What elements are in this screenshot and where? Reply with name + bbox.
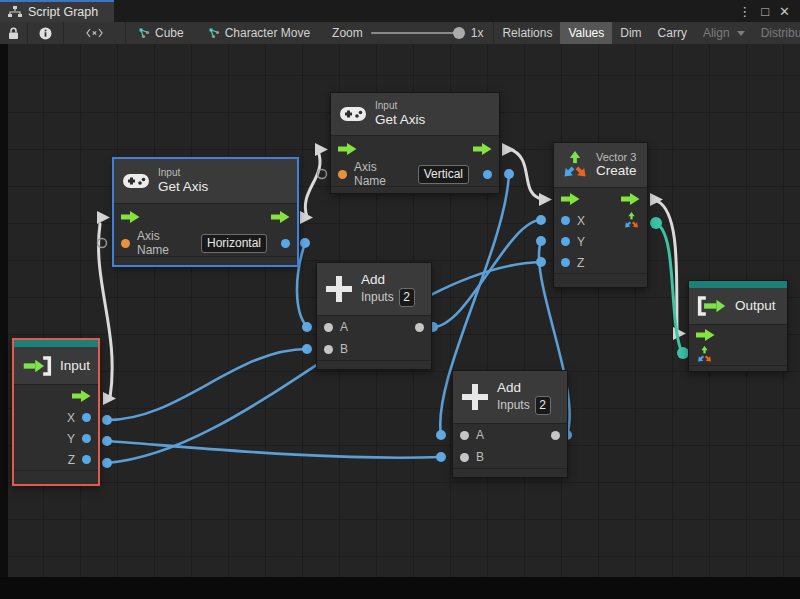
carry-button[interactable]: Carry	[650, 22, 695, 44]
input-b-port[interactable]	[324, 345, 333, 354]
output-z-port[interactable]	[82, 455, 91, 464]
close-icon[interactable]: ✕	[779, 5, 790, 18]
lock-icon	[8, 27, 19, 40]
menu-icon[interactable]: ⋮	[738, 5, 751, 18]
flow-row	[554, 188, 647, 210]
flow-row	[114, 204, 297, 230]
graph-io-strip	[14, 340, 98, 347]
input-z-port[interactable]	[561, 258, 570, 267]
param-row: Axis Name Horizontal	[114, 230, 297, 256]
node-add-1[interactable]: Add Inputs2 A B	[316, 262, 432, 370]
flow-in-arrow-icon[interactable]	[561, 193, 580, 205]
tab-bar: Script Graph ⋮ □ ✕	[0, 0, 800, 22]
input-a-port[interactable]	[460, 431, 469, 440]
node-title: Output	[735, 298, 776, 314]
zoom-control: Zoom 1x	[322, 26, 493, 40]
port-row-x: X	[554, 210, 647, 231]
value-out-port[interactable]	[483, 170, 492, 179]
node-footer	[453, 468, 567, 477]
vector3-out-port-icon[interactable]	[623, 212, 640, 229]
node-footer	[114, 256, 297, 265]
vector3-icon	[561, 151, 589, 179]
code-view-button[interactable]	[64, 22, 126, 44]
lock-button[interactable]	[0, 22, 28, 44]
inputs-count-field[interactable]: 2	[535, 396, 551, 415]
node-vector3-create[interactable]: Vector 3 Create X Y	[553, 142, 648, 288]
port-row-a: A	[453, 424, 567, 446]
result-out-port[interactable]	[415, 323, 424, 332]
info-icon	[39, 27, 52, 40]
flow-in-arrow-icon[interactable]	[338, 143, 357, 155]
dim-button[interactable]: Dim	[612, 22, 649, 44]
node-title: Get Axis	[158, 179, 208, 195]
relations-button[interactable]: Relations	[494, 22, 560, 44]
input-b-port[interactable]	[460, 453, 469, 462]
axis-name-field[interactable]: Vertical	[418, 165, 469, 184]
value-row	[689, 344, 787, 365]
breadcrumb-character-move[interactable]: Character Move	[196, 26, 322, 40]
align-button[interactable]: Align	[695, 22, 753, 44]
chevron-down-icon	[737, 31, 745, 36]
distribute-button[interactable]: Distribute	[753, 22, 800, 44]
flow-in-arrow-icon[interactable]	[696, 329, 715, 341]
info-button[interactable]	[28, 22, 64, 44]
node-category: Vector 3	[596, 151, 637, 163]
gamepad-icon	[340, 106, 366, 122]
port-row-y: Y	[14, 428, 98, 449]
input-a-port[interactable]	[324, 323, 333, 332]
node-input[interactable]: Input X Y Z	[12, 338, 100, 486]
output-y-port[interactable]	[82, 434, 91, 443]
port-label: Y	[577, 235, 585, 249]
port-row-b: B	[317, 338, 431, 360]
node-footer	[317, 360, 431, 369]
breadcrumb-label: Cube	[155, 26, 184, 40]
node-header: Input Get Axis	[331, 93, 499, 136]
node-footer	[554, 273, 647, 287]
node-title: Create	[596, 163, 637, 179]
node-category: Input	[375, 100, 425, 112]
flow-in-arrow-icon[interactable]	[121, 211, 140, 223]
input-y-port[interactable]	[561, 237, 570, 246]
flow-out-arrow-icon[interactable]	[271, 211, 290, 223]
axis-name-port[interactable]	[338, 170, 347, 179]
node-header: Input Get Axis	[114, 159, 297, 204]
breadcrumb-label: Character Move	[225, 26, 310, 40]
node-footer	[14, 470, 98, 484]
port-row-z: Z	[14, 449, 98, 470]
input-x-port[interactable]	[561, 216, 570, 225]
flow-out-arrow-icon[interactable]	[621, 193, 640, 205]
node-footer	[689, 365, 787, 372]
node-header: Input	[14, 347, 98, 385]
values-button[interactable]: Values	[560, 22, 612, 44]
node-add-2[interactable]: Add Inputs2 A B	[452, 370, 568, 478]
breadcrumb-cube[interactable]: Cube	[126, 26, 196, 40]
maximize-icon[interactable]: □	[761, 5, 769, 18]
node-footer	[331, 186, 499, 193]
input-icon	[22, 356, 52, 376]
vector3-in-port-icon[interactable]	[696, 346, 713, 363]
node-output[interactable]: Output	[688, 280, 788, 372]
flow-row	[14, 385, 98, 407]
result-out-port[interactable]	[551, 431, 560, 440]
zoom-slider-handle[interactable]	[453, 27, 465, 39]
tab-script-graph[interactable]: Script Graph	[0, 0, 114, 22]
inputs-count-field[interactable]: 2	[399, 288, 415, 307]
port-label: Y	[67, 432, 75, 446]
output-x-port[interactable]	[82, 413, 91, 422]
graph-io-strip	[689, 281, 787, 288]
port-row-x: X	[14, 407, 98, 428]
port-label: A	[476, 428, 484, 442]
zoom-slider[interactable]	[371, 32, 463, 34]
node-title: Add	[497, 380, 551, 396]
node-get-axis-vertical[interactable]: Input Get Axis Axis Name Vertical	[330, 92, 500, 194]
node-title: Input	[60, 358, 90, 374]
port-label: B	[476, 450, 484, 464]
node-get-axis-horizontal[interactable]: Input Get Axis Axis Name Horizontal	[113, 158, 298, 266]
flow-out-arrow-icon[interactable]	[72, 390, 91, 402]
zoom-label: Zoom	[332, 26, 363, 40]
tab-title: Script Graph	[28, 5, 98, 19]
axis-name-field[interactable]: Horizontal	[201, 234, 267, 253]
value-out-port[interactable]	[281, 239, 290, 248]
flow-out-arrow-icon[interactable]	[473, 143, 492, 155]
axis-name-port[interactable]	[121, 239, 130, 248]
